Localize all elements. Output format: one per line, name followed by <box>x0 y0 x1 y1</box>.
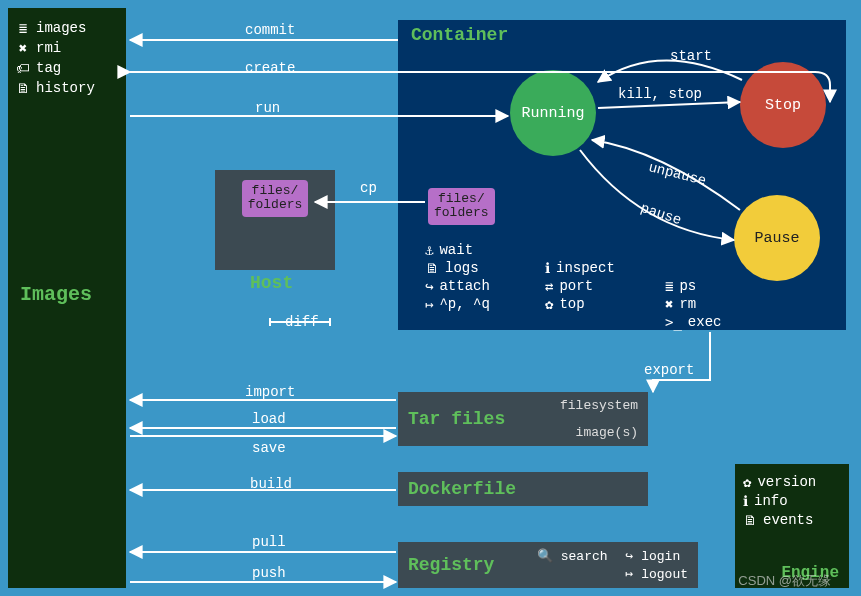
label-import: import <box>245 384 295 400</box>
label-load: load <box>252 411 286 427</box>
tar-filesystem: filesystem <box>560 398 638 413</box>
label-create: create <box>245 60 295 76</box>
cmd-exec: >_exec <box>665 314 785 330</box>
cmd-search: 🔍 search <box>537 548 608 564</box>
images-title: Images <box>20 283 92 306</box>
arrow-icon: ↪ <box>425 278 433 294</box>
label-build: build <box>250 476 292 492</box>
list-icon: ≣ <box>16 20 30 36</box>
label-commit: commit <box>245 22 295 38</box>
cmd-inspect: ℹinspect <box>545 260 665 276</box>
gear-icon: ✿ <box>545 296 553 312</box>
cmd-logout: ↦ logout <box>626 566 688 582</box>
sidebar-label: rmi <box>36 40 61 56</box>
host-title: Host <box>250 273 293 293</box>
engine-events: 🗎events <box>743 512 841 528</box>
dockerfile-box: Dockerfile <box>398 472 648 506</box>
cmd-top: ✿top <box>545 296 665 312</box>
host-files-folders: files/ folders <box>242 180 309 217</box>
swap-icon: ⇄ <box>545 278 553 294</box>
doc-icon: 🗎 <box>425 260 439 276</box>
registry-title: Registry <box>408 555 494 575</box>
doc-icon: 🗎 <box>743 512 757 528</box>
cmd-port: ⇄port <box>545 278 665 294</box>
sidebar-label: history <box>36 80 95 96</box>
engine-box: ✿version ℹinfo 🗎events Engine <box>735 464 849 588</box>
doc-icon: 🗎 <box>16 80 30 96</box>
label-pull: pull <box>252 534 286 550</box>
container-files-folders: files/ folders <box>428 188 495 225</box>
tar-files-box: Tar files filesystem image(s) <box>398 392 648 446</box>
sidebar-item-images: ≣images <box>16 20 118 36</box>
login-icon: ↪ <box>626 548 634 563</box>
info-icon: ℹ <box>545 260 550 276</box>
tag-icon: 🏷 <box>16 60 30 76</box>
info-icon: ℹ <box>743 493 748 509</box>
cmd-detach: ↦^p, ^q <box>425 296 545 312</box>
sidebar-item-tag: 🏷tag <box>16 60 118 76</box>
label-save: save <box>252 440 286 456</box>
anchor-icon: ⚓ <box>425 242 433 258</box>
images-sidebar: ≣images ✖rmi 🏷tag 🗎history Images <box>8 8 126 588</box>
tar-images: image(s) <box>576 425 638 440</box>
label-start: start <box>670 48 712 64</box>
x-icon: ✖ <box>16 40 30 56</box>
cmd-ps: ≣ps <box>665 278 785 294</box>
sidebar-item-rmi: ✖rmi <box>16 40 118 56</box>
registry-commands: 🔍 search ↪ login ↦ logout <box>537 548 688 582</box>
registry-box: Registry 🔍 search ↪ login ↦ logout <box>398 542 698 588</box>
sidebar-item-history: 🗎history <box>16 80 118 96</box>
cmd-attach: ↪attach <box>425 278 545 294</box>
x-icon: ✖ <box>665 296 673 312</box>
list-icon: ≣ <box>665 278 673 294</box>
gear-icon: ✿ <box>743 474 751 490</box>
state-stop: Stop <box>740 62 826 148</box>
label-run: run <box>255 100 280 116</box>
search-icon: 🔍 <box>537 548 553 563</box>
cmd-logs: 🗎logs <box>425 260 545 276</box>
state-running: Running <box>510 70 596 156</box>
engine-version: ✿version <box>743 474 841 490</box>
label-cp: cp <box>360 180 377 196</box>
label-push: push <box>252 565 286 581</box>
host-box: files/ folders <box>215 170 335 270</box>
arrow-out-icon: ↦ <box>425 296 433 312</box>
container-commands: ⚓wait 🗎logs ℹinspect ↪attach ⇄port ≣ps ↦… <box>425 242 785 330</box>
container-title: Container <box>411 25 508 45</box>
watermark: CSDN @欲无缘 <box>738 572 831 590</box>
sidebar-label: tag <box>36 60 61 76</box>
label-kill-stop: kill, stop <box>618 86 702 102</box>
label-diff: diff <box>285 314 319 330</box>
cmd-rm: ✖rm <box>665 296 785 312</box>
terminal-icon: >_ <box>665 314 682 330</box>
sidebar-label: images <box>36 20 86 36</box>
label-export: export <box>644 362 694 378</box>
engine-info: ℹinfo <box>743 493 841 509</box>
cmd-login: ↪ login <box>626 548 688 564</box>
logout-icon: ↦ <box>626 566 634 581</box>
cmd-wait: ⚓wait <box>425 242 545 258</box>
tar-title: Tar files <box>408 409 505 429</box>
dockerfile-title: Dockerfile <box>408 479 516 499</box>
